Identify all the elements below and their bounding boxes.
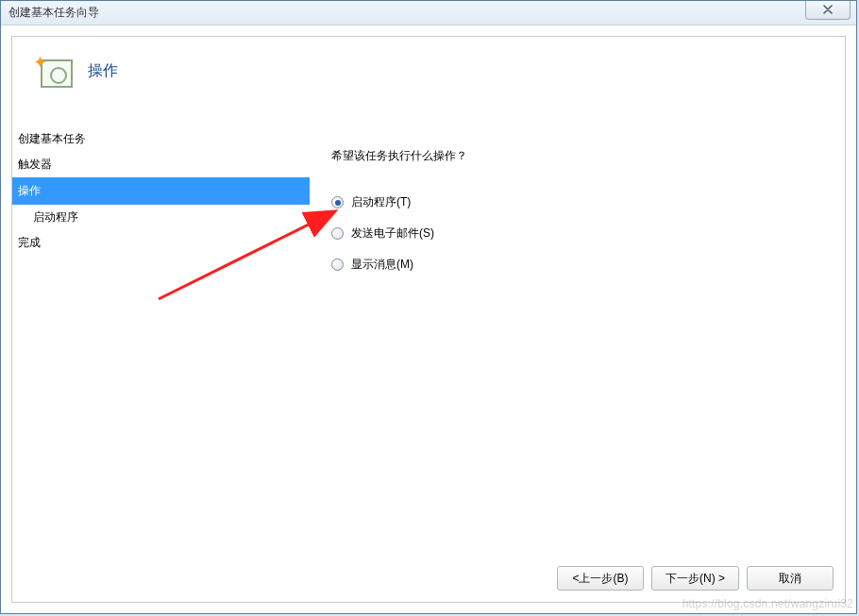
radio-group: 启动程序(T) 发送电子邮件(S) 显示消息(M) <box>331 194 826 273</box>
radio-show-message[interactable]: 显示消息(M) <box>331 257 826 273</box>
close-button[interactable] <box>805 1 851 20</box>
radio-icon <box>331 196 344 208</box>
question-text: 希望该任务执行什么操作？ <box>331 148 826 164</box>
button-row: <上一步(B) 下一步(N) > 取消 <box>557 566 834 591</box>
radio-label: 启动程序(T) <box>351 194 411 210</box>
radio-label: 发送电子邮件(S) <box>351 225 434 241</box>
window-title: 创建基本任务向导 <box>8 5 99 21</box>
sidebar-item-label: 创建基本任务 <box>18 132 86 145</box>
sidebar: 创建基本任务 触发器 操作 启动程序 完成 <box>12 126 310 256</box>
titlebar: 创建基本任务向导 <box>1 1 856 25</box>
wizard-icon: ✦ <box>35 54 73 88</box>
content-area: ✦ 操作 创建基本任务 触发器 操作 启动程序 完成 希望该任务执行什么操作？ … <box>1 25 856 613</box>
button-label: 下一步(N) > <box>665 571 725 587</box>
sidebar-item-start-program[interactable]: 启动程序 <box>12 205 310 230</box>
radio-icon <box>331 227 344 240</box>
sidebar-item-label: 操作 <box>18 184 41 197</box>
sidebar-item-label: 完成 <box>18 236 41 249</box>
wizard-window: 创建基本任务向导 ✦ 操作 创建基本任务 触发器 操作 启动程序 完成 <box>0 0 857 614</box>
back-button[interactable]: <上一步(B) <box>557 566 644 591</box>
button-label: <上一步(B) <box>572 571 628 587</box>
radio-icon <box>331 258 344 271</box>
page-title: 操作 <box>88 61 118 81</box>
radio-send-email[interactable]: 发送电子邮件(S) <box>331 225 826 241</box>
close-icon <box>822 4 834 17</box>
watermark-text: https://blog.csdn.net/wangzirui32 <box>682 597 853 610</box>
sidebar-item-create-task[interactable]: 创建基本任务 <box>12 126 310 152</box>
main-area: 希望该任务执行什么操作？ 启动程序(T) 发送电子邮件(S) 显示消息(M) <box>331 148 826 273</box>
header-row: ✦ 操作 <box>35 54 118 88</box>
button-label: 取消 <box>779 571 801 587</box>
sidebar-item-label: 触发器 <box>18 158 52 171</box>
inner-panel: ✦ 操作 创建基本任务 触发器 操作 启动程序 完成 希望该任务执行什么操作？ … <box>11 36 846 603</box>
cancel-button[interactable]: 取消 <box>747 566 834 591</box>
sidebar-item-label: 启动程序 <box>33 210 78 224</box>
sidebar-item-trigger[interactable]: 触发器 <box>12 152 310 177</box>
next-button[interactable]: 下一步(N) > <box>651 566 739 591</box>
sidebar-item-finish[interactable]: 完成 <box>12 230 310 256</box>
sidebar-item-action[interactable]: 操作 <box>12 177 310 205</box>
radio-start-program[interactable]: 启动程序(T) <box>331 194 826 210</box>
radio-label: 显示消息(M) <box>351 257 413 273</box>
